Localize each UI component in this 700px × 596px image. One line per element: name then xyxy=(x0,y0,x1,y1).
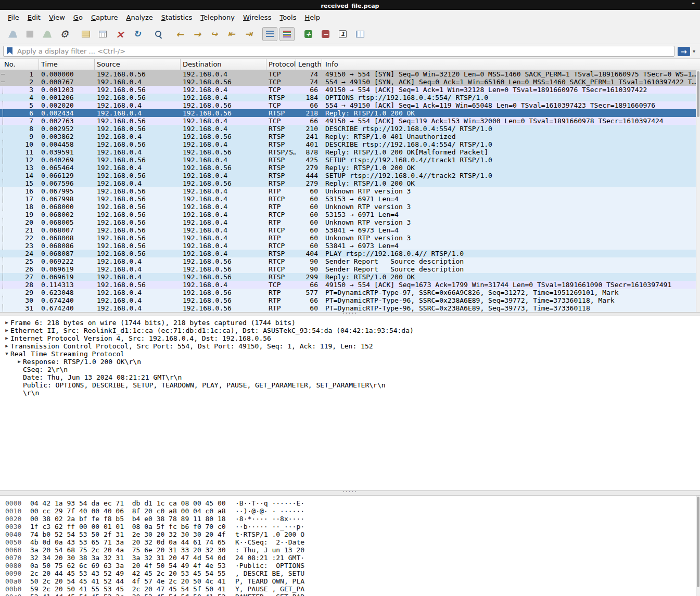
expander-icon[interactable]: ▶ xyxy=(3,342,10,350)
hex-row[interactable]: 0090 2c 20 44 45 53 43 52 49 42 45 2c 20… xyxy=(0,569,700,577)
packet-row[interactable]: 31 0.674240 192.168.0.4 192.168.0.56 RTP… xyxy=(0,304,696,312)
packet-row[interactable]: 10 0.004458 192.168.0.56 192.168.0.4 RTS… xyxy=(0,140,696,148)
splitter-list-details[interactable]: ····· xyxy=(0,312,700,316)
expander-icon[interactable] xyxy=(16,381,23,389)
menu-go[interactable]: Go xyxy=(70,11,86,23)
column-header-no[interactable]: No. xyxy=(0,59,39,70)
packet-row[interactable]: 18 0.068000 192.168.0.56 192.168.0.4 RTP… xyxy=(0,203,696,211)
hex-row[interactable]: 00b0 59 2c 20 50 41 55 53 45 2c 20 47 45… xyxy=(0,585,700,593)
save-capture-icon[interactable] xyxy=(95,27,110,41)
expander-icon[interactable]: ▶ xyxy=(3,319,10,327)
packet-row[interactable]: 27 0.069619 192.168.0.4 192.168.0.56 RTS… xyxy=(0,273,696,281)
hex-row[interactable]: 0070 32 34 20 30 38 3a 32 31 3a 32 31 20… xyxy=(0,554,700,562)
packet-row[interactable]: 28 0.114313 192.168.0.56 192.168.0.4 TCP… xyxy=(0,281,696,289)
packet-row[interactable]: 24 0.068087 192.168.0.56 192.168.0.4 RTS… xyxy=(0,250,696,257)
detail-line[interactable]: ▼ Real Time Streaming Protocol xyxy=(0,350,700,358)
reload-capture-icon[interactable] xyxy=(130,27,145,41)
go-first-packet-icon[interactable] xyxy=(224,27,239,41)
zoom-out-icon[interactable] xyxy=(318,27,333,41)
column-header-destination[interactable]: Destination xyxy=(181,59,266,70)
column-header-protocol[interactable]: Protocol xyxy=(266,59,296,70)
hex-row[interactable]: 0040 74 b0 52 54 53 50 2f 31 2e 30 20 32… xyxy=(0,530,700,538)
apply-filter-icon[interactable]: → xyxy=(678,47,690,56)
scrollbar-thumb[interactable] xyxy=(697,497,699,587)
zoom-in-icon[interactable] xyxy=(301,27,316,41)
capture-stop-icon[interactable] xyxy=(22,27,37,41)
packet-row[interactable]: 2 0.000767 192.168.0.4 192.168.0.56 TCP … xyxy=(0,78,696,86)
column-header-length[interactable]: Length xyxy=(296,59,322,70)
hex-row[interactable]: 0010 00 cc 29 7f 40 00 40 06 8f 20 c0 a8… xyxy=(0,507,700,515)
expander-icon[interactable]: ▶ xyxy=(16,358,23,366)
packet-row[interactable]: 12 0.040269 192.168.0.56 192.168.0.4 RTS… xyxy=(0,156,696,164)
go-forward-icon[interactable] xyxy=(189,27,205,41)
detail-line[interactable]: ▶ Response: RTSP/1.0 200 OK\r\n xyxy=(0,358,700,366)
packet-row[interactable]: 25 0.069222 192.168.0.4 192.168.0.56 RTC… xyxy=(0,257,696,265)
filter-dropdown-icon[interactable]: ▾ xyxy=(693,48,695,54)
detail-line[interactable]: CSeq: 2\r\n xyxy=(0,366,700,373)
colorize-icon[interactable] xyxy=(279,27,295,41)
hex-row[interactable]: 00a0 50 2c 20 54 45 41 52 44 4f 57 4e 2c… xyxy=(0,577,700,585)
hex-row[interactable]: 0000 04 42 1a 93 54 da ec 71 db d1 1c ca… xyxy=(0,499,700,507)
packet-row[interactable]: 11 0.039591 192.168.0.4 192.168.0.56 RTS… xyxy=(0,148,696,156)
packet-row[interactable]: 13 0.065464 192.168.0.4 192.168.0.56 RTS… xyxy=(0,164,696,172)
expander-icon[interactable]: ▶ xyxy=(3,327,10,334)
find-packet-icon[interactable] xyxy=(151,27,166,41)
hex-row[interactable]: 0080 0a 50 75 62 6c 69 63 3a 20 4f 50 54… xyxy=(0,562,700,569)
auto-scroll-icon[interactable] xyxy=(262,27,277,41)
packet-row[interactable]: 15 0.067596 192.168.0.4 192.168.0.56 RTS… xyxy=(0,179,696,187)
menu-capture[interactable]: Capture xyxy=(87,11,122,23)
column-header-source[interactable]: Source xyxy=(95,59,181,70)
capture-start-icon[interactable] xyxy=(5,27,20,41)
hex-row[interactable]: 0030 1f c3 62 ff 00 00 01 01 08 0a 5f fc… xyxy=(0,523,700,530)
menu-help[interactable]: Help xyxy=(301,11,324,23)
packet-row[interactable]: 29 0.623048 192.168.0.4 192.168.0.56 RTP… xyxy=(0,289,696,296)
splitter-details-hex[interactable]: ····· xyxy=(0,490,700,496)
packet-row[interactable]: 21 0.068007 192.168.0.56 192.168.0.4 RTC… xyxy=(0,226,696,234)
packet-row[interactable]: 20 0.068005 192.168.0.56 192.168.0.4 RTP… xyxy=(0,218,696,226)
go-back-icon[interactable] xyxy=(172,27,187,41)
capture-options-icon[interactable] xyxy=(57,27,72,41)
packet-row[interactable]: 14 0.066129 192.168.0.56 192.168.0.4 RTS… xyxy=(0,172,696,179)
hex-row[interactable]: 0050 4b 0d 0a 43 53 65 71 3a 20 32 0d 0a… xyxy=(0,538,700,546)
packet-row[interactable]: 19 0.068002 192.168.0.56 192.168.0.4 RTC… xyxy=(0,211,696,218)
menu-analyze[interactable]: Analyze xyxy=(123,11,157,23)
hex-row[interactable]: 0020 00 38 02 2a bf fe f8 b5 b4 e0 38 78… xyxy=(0,515,700,523)
menu-edit[interactable]: Edit xyxy=(24,11,44,23)
expander-icon[interactable]: ▼ xyxy=(3,350,10,358)
packet-row[interactable]: 16 0.067995 192.168.0.56 192.168.0.4 RTP… xyxy=(0,187,696,195)
expander-icon[interactable] xyxy=(16,389,23,397)
expander-icon[interactable] xyxy=(16,366,23,373)
go-to-packet-icon[interactable] xyxy=(207,27,222,41)
expander-icon[interactable] xyxy=(16,373,23,381)
packet-row[interactable]: 6 0.002434 192.168.0.4 192.168.0.56 RTSP… xyxy=(0,109,696,117)
close-capture-icon[interactable] xyxy=(112,27,128,41)
menu-telephony[interactable]: Telephony xyxy=(197,11,238,23)
packet-row[interactable]: 4 0.001206 192.168.0.56 192.168.0.4 RTSP… xyxy=(0,94,696,101)
detail-line[interactable]: \r\n xyxy=(0,389,700,397)
expander-icon[interactable]: ▶ xyxy=(3,334,10,342)
packet-row[interactable]: 17 0.067998 192.168.0.56 192.168.0.4 RTC… xyxy=(0,195,696,203)
go-last-packet-icon[interactable] xyxy=(241,27,256,41)
packet-row[interactable]: 5 0.002020 192.168.0.4 192.168.0.56 TCP … xyxy=(0,101,696,109)
menu-tools[interactable]: Tools xyxy=(276,11,300,23)
packet-row[interactable]: 30 0.674240 192.168.0.4 192.168.0.56 RTP… xyxy=(0,296,696,304)
minimize-button[interactable]: – xyxy=(692,0,695,6)
packet-row[interactable]: 23 0.068086 192.168.0.56 192.168.0.4 RTC… xyxy=(0,242,696,250)
packet-row[interactable]: 22 0.068008 192.168.0.56 192.168.0.4 RTP… xyxy=(0,234,696,242)
detail-line[interactable]: Public: OPTIONS, DESCRIBE, SETUP, TEARDO… xyxy=(0,381,700,389)
resize-columns-icon[interactable] xyxy=(352,27,367,41)
detail-line[interactable]: ▶ Ethernet II, Src: ReolinkI_d1:1c:ca (e… xyxy=(0,327,700,334)
menu-wireless[interactable]: Wireless xyxy=(239,11,275,23)
detail-line[interactable]: ▶ Frame 6: 218 bytes on wire (1744 bits)… xyxy=(0,319,700,327)
detail-line[interactable]: Date: Thu, Jun 13 2024 08:21:21 GMT\r\n xyxy=(0,373,700,381)
filter-input[interactable] xyxy=(3,46,674,57)
packet-row[interactable]: 8 0.002952 192.168.0.56 192.168.0.4 RTSP… xyxy=(0,125,696,133)
capture-restart-icon[interactable] xyxy=(40,27,55,41)
detail-line[interactable]: ▶ Transmission Control Protocol, Src Por… xyxy=(0,342,700,350)
menu-statistics[interactable]: Statistics xyxy=(158,11,196,23)
packet-row[interactable]: 3 0.001203 192.168.0.56 192.168.0.4 TCP … xyxy=(0,86,696,94)
scrollbar-thumb[interactable] xyxy=(697,71,699,117)
hex-scrollbar[interactable] xyxy=(696,496,700,596)
packet-row[interactable]: 9 0.003862 192.168.0.4 192.168.0.56 RTSP… xyxy=(0,133,696,140)
detail-line[interactable]: ▶ Internet Protocol Version 4, Src: 192.… xyxy=(0,334,700,342)
